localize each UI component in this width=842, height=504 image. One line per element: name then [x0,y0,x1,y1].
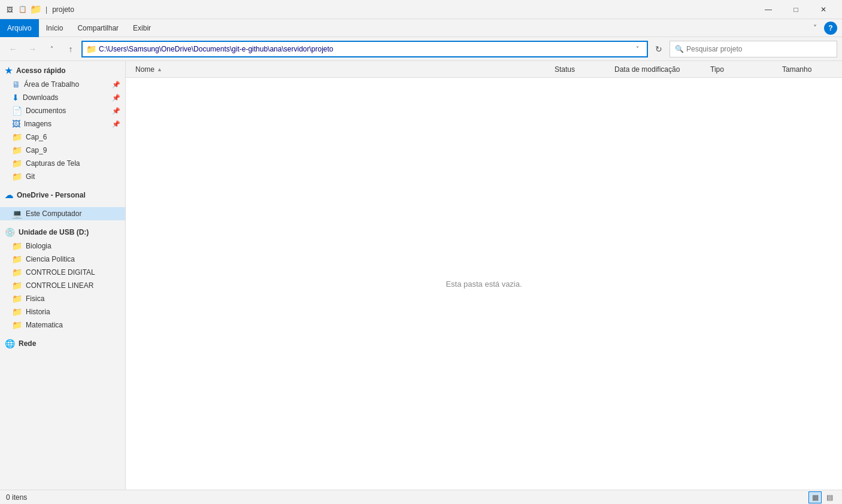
sidebar-item-documents-label: Documentos [26,107,66,115]
sidebar-item-biologia-label: Biologia [26,242,52,250]
sidebar-item-downloads-label: Downloads [23,93,58,102]
column-tipo[interactable]: Tipo [705,65,777,74]
empty-message: Esta pasta está vazia. [446,280,522,289]
sidebar-item-cap9-label: Cap_9 [26,146,47,154]
menu-inicio[interactable]: Início [39,19,71,37]
title-bar-separator: | [46,5,47,14]
column-nome-label: Nome [135,65,155,74]
git-folder-icon: 📁 [12,172,22,181]
sidebar-item-downloads[interactable]: ⬇ Downloads 📌 [0,91,125,104]
onedrive-label: OneDrive - Personal [17,191,86,199]
menu-arquivo[interactable]: Arquivo [0,19,39,37]
title-bar: 🖼 📋 📁 | projeto — □ ✕ [0,0,842,19]
sidebar-item-cap9[interactable]: 📁 Cap_9 [0,144,125,157]
sidebar-item-controle-linear[interactable]: 📁 CONTROLE LINEAR [0,279,125,292]
fisica-folder-icon: 📁 [12,294,22,303]
cap9-folder-icon: 📁 [12,145,22,155]
column-headers: Nome ▲ Status Data de modificação Tipo T… [126,61,842,78]
title-bar-controls: — □ ✕ [755,0,837,19]
sidebar-item-cap6[interactable]: 📁 Cap_6 [0,130,125,144]
documents-icon: 📄 [12,106,22,116]
sidebar-item-git-label: Git [26,172,35,181]
sidebar-item-images-label: Imagens [24,120,52,128]
back-button[interactable]: ← [5,41,22,57]
nav-chevron-up[interactable]: ˄ [43,41,60,57]
sidebar-item-desktop[interactable]: 🖥 Área de Trabalho 📌 [0,78,125,91]
sidebar-item-computer-label: Este Computador [26,210,81,218]
sidebar-item-historia[interactable]: 📁 Historia [0,305,125,318]
sidebar-item-cap6-label: Cap_6 [26,133,47,141]
menu-bar-right: ˅ ? [808,22,842,35]
close-button[interactable]: ✕ [810,0,837,19]
onedrive-header[interactable]: ☁ OneDrive - Personal [0,188,125,202]
column-data[interactable]: Data de modificação [610,65,705,74]
biologia-folder-icon: 📁 [12,241,22,251]
address-dropdown-button[interactable]: ˅ [631,43,643,55]
column-nome[interactable]: Nome ▲ [131,65,550,74]
usb-header[interactable]: 💿 Unidade de USB (D:) [0,225,125,239]
status-bar: 0 itens ▦ ▤ [0,490,842,504]
sidebar-item-controle-digital[interactable]: 📁 CONTROLE DIGITAL [0,266,125,279]
menu-exibir[interactable]: Exibir [126,19,158,37]
sidebar-item-historia-label: Historia [26,308,50,316]
usb-label: Unidade de USB (D:) [19,228,89,236]
quick-access-label: Acesso rápido [16,66,66,75]
window-title: projeto [52,5,755,14]
sidebar-item-fisica[interactable]: 📁 Fisica [0,292,125,305]
sort-arrow-icon: ▲ [157,66,162,72]
ciencia-folder-icon: 📁 [12,254,22,264]
onedrive-icon: ☁ [5,190,13,200]
address-bar[interactable]: 📁 ˅ [81,41,648,57]
column-data-label: Data de modificação [614,65,680,74]
search-container: 🔍 [670,41,837,57]
sidebar-item-documents[interactable]: 📄 Documentos 📌 [0,104,125,117]
desktop-icon: 🖥 [12,80,20,89]
refresh-button[interactable]: ↻ [650,41,667,57]
up-button[interactable]: ↑ [62,41,79,57]
menu-compartilhar[interactable]: Compartilhar [70,19,126,37]
sidebar-item-controle-linear-label: CONTROLE LINEAR [26,281,93,290]
sidebar-item-git[interactable]: 📁 Git [0,170,125,183]
images-icon: 🖼 [12,119,20,129]
network-header[interactable]: 🌐 Rede [0,336,125,351]
menu-chevron-down[interactable]: ˅ [808,22,822,35]
sidebar-item-ciencia-politica[interactable]: 📁 Ciencia Politica [0,253,125,266]
view-details-button[interactable]: ▦ [808,491,822,503]
cap6-folder-icon: 📁 [12,132,22,142]
forward-button[interactable]: → [24,41,41,57]
historia-folder-icon: 📁 [12,307,22,317]
sidebar-item-computer[interactable]: 💻 Este Computador [0,207,125,220]
documents-pin-icon: 📌 [112,107,120,115]
window-icon-folder: 📁 [31,5,41,14]
network-icon: 🌐 [5,339,15,348]
network-label: Rede [19,339,36,348]
sidebar-item-ciencia-label: Ciencia Politica [26,255,75,263]
matematica-folder-icon: 📁 [12,320,22,330]
view-list-button[interactable]: ▤ [823,491,836,503]
quick-access-header[interactable]: ★ Acesso rápido [0,63,125,78]
menu-bar: Arquivo Início Compartilhar Exibir ˅ ? [0,19,842,37]
main-content: ★ Acesso rápido 🖥 Área de Trabalho 📌 ⬇ D… [0,61,842,490]
sidebar-item-desktop-label: Área de Trabalho [24,80,79,89]
file-area: Nome ▲ Status Data de modificação Tipo T… [126,61,842,490]
sidebar-item-controle-digital-label: CONTROLE DIGITAL [26,268,95,277]
sidebar-item-biologia[interactable]: 📁 Biologia [0,239,125,253]
column-tamanho[interactable]: Tamanho [777,65,837,74]
sidebar-item-images[interactable]: 🖼 Imagens 📌 [0,117,125,130]
item-count: 0 itens [6,493,27,502]
sidebar-item-capturas[interactable]: 📁 Capturas de Tela [0,157,125,170]
images-pin-icon: 📌 [112,120,120,128]
search-input[interactable] [686,45,832,53]
window-icon-photo: 🖼 [5,5,14,14]
address-input[interactable] [99,45,629,53]
column-status[interactable]: Status [550,65,610,74]
minimize-button[interactable]: — [755,0,782,19]
help-button[interactable]: ? [824,22,837,35]
sidebar-item-matematica[interactable]: 📁 Matematica [0,318,125,332]
controle-linear-folder-icon: 📁 [12,281,22,290]
usb-icon: 💿 [5,227,15,237]
status-bar-right: ▦ ▤ [808,491,836,503]
maximize-button[interactable]: □ [782,0,810,19]
downloads-icon: ⬇ [12,93,19,102]
column-tipo-label: Tipo [710,65,724,74]
